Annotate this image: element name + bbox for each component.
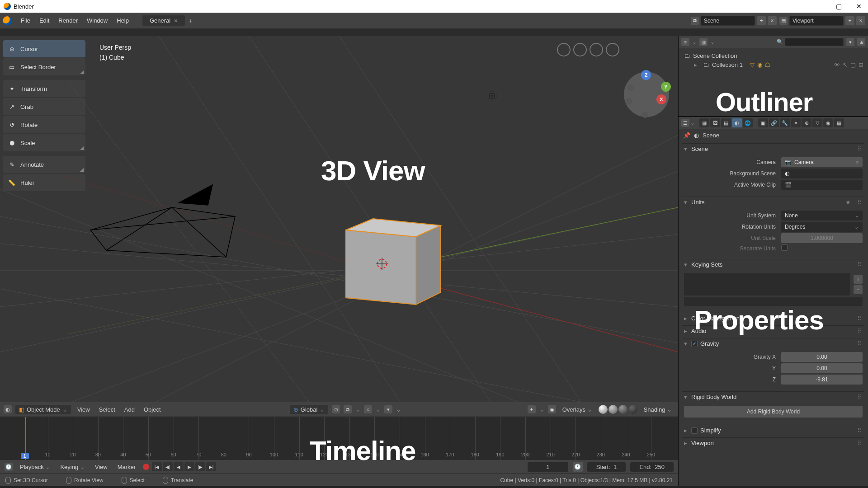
outliner-row-collection[interactable]: ▸ 🗀 Collection 1 ▽ ◉ ☖ 👁 ↖ ▢ ⊟	[683, 60, 863, 69]
gravity-z-field[interactable]: -9.81	[781, 375, 863, 385]
prop-tab-render-icon[interactable]: ▦	[699, 118, 709, 127]
workspace-tab-general[interactable]: General ×	[142, 15, 185, 26]
editor-type-icon[interactable]: ◐	[4, 405, 12, 413]
play-button[interactable]: ▶	[184, 462, 194, 471]
gravity-y-field[interactable]: 0.00	[781, 363, 863, 373]
shading-dropdown[interactable]: Shading ⌄	[641, 405, 675, 414]
sync-icon[interactable]	[573, 462, 583, 472]
keying-remove-button[interactable]: −	[854, 285, 863, 294]
clear-icon[interactable]: ×	[856, 159, 859, 165]
gravity-checkbox[interactable]	[691, 341, 698, 347]
shading-mode-buttons[interactable]	[599, 405, 637, 414]
timeline-playhead[interactable]	[25, 417, 26, 460]
scene-browse-icon[interactable]: ⧉	[691, 17, 699, 25]
shading-wireframe-icon[interactable]	[599, 405, 608, 414]
bg-scene-field[interactable]: ◐	[781, 169, 863, 178]
end-frame-field[interactable]: End: 250	[630, 462, 674, 472]
prop-tab-data-icon[interactable]: ▽	[812, 118, 822, 127]
orientation-dropdown[interactable]: ⊕Global⌄	[290, 405, 329, 414]
maximize-button[interactable]: ▢	[833, 2, 844, 11]
properties-editor-icon[interactable]: ☰	[681, 119, 689, 127]
gizmo-toggle-icon[interactable]: ✦	[528, 405, 536, 413]
prop-tab-modifier-icon[interactable]: 🔧	[780, 118, 790, 127]
view3d-menu-add[interactable]: Add	[122, 405, 137, 414]
viewlayer-icon[interactable]: ▤	[779, 17, 788, 25]
play-reverse-button[interactable]: ◀	[174, 462, 184, 471]
outliner-display-icon[interactable]: ▥	[699, 38, 708, 46]
scene-remove-button[interactable]: ×	[768, 16, 777, 25]
panel-header-keying[interactable]: ▾Keying Sets⠿	[682, 259, 864, 270]
timeline-menu-marker[interactable]: Marker	[115, 462, 138, 472]
view3d-menu-view[interactable]: View	[75, 405, 93, 414]
keyframe-next-button[interactable]: |▶	[195, 462, 205, 471]
add-rigid-body-button[interactable]: Add Rigid Body World	[684, 406, 863, 418]
panel-header-gravity[interactable]: ▾Gravity⠿	[682, 338, 864, 349]
workspace-close-icon[interactable]: ×	[174, 17, 178, 24]
overlays-toggle-icon[interactable]: ◉	[548, 405, 556, 413]
menu-render[interactable]: Render	[54, 13, 82, 28]
tree-expand-icon[interactable]: ▸	[694, 61, 699, 68]
autokey-button[interactable]	[143, 462, 151, 471]
menu-window[interactable]: Window	[82, 13, 112, 28]
panel-header-simplify[interactable]: ▸Simplify⠿	[682, 425, 864, 436]
timeline-menu-view[interactable]: View	[92, 462, 110, 472]
shading-solid-icon[interactable]	[609, 405, 618, 414]
unit-system-dropdown[interactable]: None	[781, 211, 863, 221]
viewlayer-remove-button[interactable]: ×	[856, 16, 865, 25]
timeline-menu-playback[interactable]: Playback ⌄	[17, 462, 53, 472]
outliner-new-collection-icon[interactable]: ⊞	[857, 38, 865, 46]
current-frame-field[interactable]: 1	[528, 462, 568, 472]
jump-start-button[interactable]: |◀	[152, 462, 162, 471]
timeline-menu-keying[interactable]: Keying ⌄	[57, 462, 87, 472]
minimize-button[interactable]: —	[812, 2, 824, 11]
close-button[interactable]: ✕	[854, 2, 864, 11]
movie-clip-field[interactable]: 🎬	[781, 180, 863, 190]
add-workspace-button[interactable]: +	[185, 15, 196, 26]
holdout-icon[interactable]: ⊟	[859, 61, 863, 68]
outliner-search-input[interactable]	[785, 38, 844, 46]
outliner-editor-icon[interactable]: ≡	[681, 38, 689, 46]
scene-camera-field[interactable]: 📷Camera×	[781, 157, 863, 167]
timeline-editor-icon[interactable]: 🕐	[5, 463, 13, 471]
app-icon[interactable]	[3, 16, 12, 25]
menu-edit[interactable]: Edit	[35, 13, 54, 28]
scene-add-button[interactable]: +	[757, 16, 766, 25]
prop-tab-texture-icon[interactable]: ▦	[834, 118, 844, 127]
outliner-row-scene-collection[interactable]: 🗀 Scene Collection	[683, 51, 863, 60]
overlays-dropdown[interactable]: Overlays ⌄	[560, 405, 595, 414]
prop-tab-object-icon[interactable]: ▣	[758, 118, 768, 127]
panel-header-rigid[interactable]: ▾Rigid Body World⠿	[682, 391, 864, 402]
panel-header-viewport[interactable]: ▸Viewport⠿	[682, 437, 864, 448]
prop-tab-viewlayer-icon[interactable]: ▤	[721, 118, 731, 127]
pivot-icon[interactable]: ⊙	[332, 405, 340, 413]
proportional-icon[interactable]: ○	[364, 405, 372, 413]
visibility-icon[interactable]: 👁	[834, 61, 840, 68]
selectable-icon[interactable]: ↖	[843, 61, 848, 68]
prop-tab-material-icon[interactable]: ◉	[823, 118, 833, 127]
view3d-menu-object[interactable]: Object	[141, 405, 164, 414]
mode-dropdown[interactable]: ◧Object Mode⌄	[15, 405, 71, 414]
start-frame-field[interactable]: Start: 1	[587, 462, 626, 472]
view3d-menu-select[interactable]: Select	[96, 405, 118, 414]
simplify-checkbox[interactable]	[691, 427, 698, 434]
unit-scale-field[interactable]: 1.000000	[781, 233, 863, 243]
prop-tab-constraint-icon[interactable]: 🔗	[769, 118, 779, 127]
viewlayer-name-input[interactable]	[789, 16, 844, 26]
panel-header-units[interactable]: ▾Units★⠿	[682, 197, 864, 207]
outliner-filter-icon[interactable]: ▾	[846, 38, 854, 46]
panel-header-scene[interactable]: ▾Scene⠿	[682, 143, 864, 154]
separate-units-checkbox[interactable]	[781, 244, 788, 251]
menu-help[interactable]: Help	[112, 13, 133, 28]
viewlayer-add-button[interactable]: +	[845, 16, 854, 25]
menu-file[interactable]: File	[16, 13, 35, 28]
prop-tab-physics-icon[interactable]: ⊚	[802, 118, 811, 127]
rotation-units-dropdown[interactable]: Degrees	[781, 222, 863, 232]
pin-icon[interactable]: 📌	[683, 132, 690, 139]
filter-icon[interactable]: ▾	[384, 405, 392, 413]
keyframe-prev-button[interactable]: ◀|	[163, 462, 173, 471]
prop-tab-particle-icon[interactable]: ✦	[791, 118, 801, 127]
viewport-3d[interactable]: ⊕Cursor ▭Select Border ✦Transform ↗Grab …	[0, 36, 678, 417]
shading-rendered-icon[interactable]	[628, 405, 637, 414]
shading-lookdev-icon[interactable]	[618, 405, 627, 414]
keying-add-button[interactable]: +	[854, 275, 863, 284]
